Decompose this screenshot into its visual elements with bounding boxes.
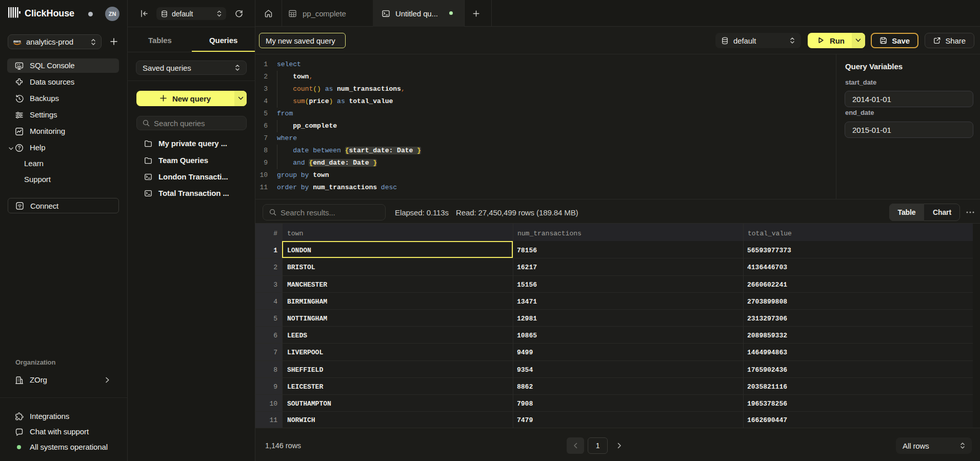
svg-text:aws: aws bbox=[13, 39, 21, 44]
